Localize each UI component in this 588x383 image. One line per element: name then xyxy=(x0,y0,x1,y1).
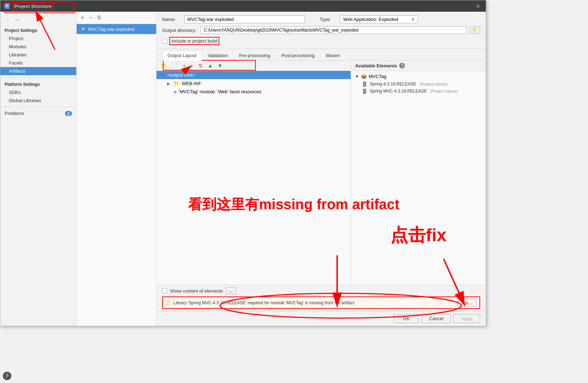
tab-pre-processing[interactable]: Pre-processing xyxy=(234,50,275,60)
name-input[interactable] xyxy=(184,15,305,23)
sidebar-item-libraries[interactable]: Libraries xyxy=(0,51,76,59)
expand-icon: ▼ xyxy=(161,73,165,77)
warning-icon: ⚠ xyxy=(166,299,171,306)
sidebar: ← → Project Settings Project Modules Lib… xyxy=(0,12,77,326)
ok-button[interactable]: OK xyxy=(394,314,419,323)
tree-remove-btn[interactable]: − xyxy=(189,62,195,69)
add-artifact-button[interactable]: + xyxy=(79,14,86,22)
copy-artifact-button[interactable]: ⎘ xyxy=(96,14,103,22)
project-settings-label: Project Settings xyxy=(0,26,76,34)
resource-icon: ◈ xyxy=(174,89,177,94)
tree-down-btn[interactable]: ▼ xyxy=(216,62,224,69)
tree-node-output-root[interactable]: ▼ <output root> xyxy=(156,71,351,79)
tree-folder-btn[interactable]: 📁 xyxy=(159,62,168,69)
tab-validation[interactable]: Validation xyxy=(203,50,233,60)
avail-child-spring[interactable]: ▐▌ Spring-4.3.18.RELEASE (Project Librar… xyxy=(351,81,486,88)
warning-row: ⚠ Library 'Spring MVC-4.3.18.RELEASE' re… xyxy=(162,296,480,309)
avail-parent-label: MVCTag xyxy=(369,74,386,79)
remove-artifact-button[interactable]: − xyxy=(88,14,94,22)
output-layout: 📁 📄 + − ⇅ ▲ ▼ ▼ <output root> ▶ � xyxy=(156,61,486,285)
problems-badge: 2 xyxy=(65,111,72,116)
folder-icon: 📁 xyxy=(174,81,180,86)
show-content-button[interactable]: ... xyxy=(226,287,236,294)
app-icon: P xyxy=(4,3,10,9)
expand-icon-mvctag: ▼ xyxy=(355,74,359,78)
webinf-label: WEB-INF xyxy=(182,81,201,86)
tabs-bar: Output Layout Validation Pre-processing … xyxy=(156,49,486,61)
module-resources-label: 'MVCTag' module: 'Web' facet resources xyxy=(179,89,261,94)
library-icon-spring: ▐▌ xyxy=(362,82,368,87)
window-title: Project Structure xyxy=(12,2,53,10)
project-structure-dialog: P Project Structure ✕ ← → Project Settin… xyxy=(0,0,486,326)
sidebar-item-project[interactable]: Project xyxy=(0,34,76,43)
chevron-down-icon: ▼ xyxy=(411,17,415,21)
main-content: Name: Type: Web Application: Exploded ▼ … xyxy=(156,12,486,326)
tree-sort-btn[interactable]: ⇅ xyxy=(197,62,204,69)
tree-up-btn[interactable]: ▲ xyxy=(206,62,214,69)
tab-output-layout[interactable]: Output Layout xyxy=(162,50,202,61)
package-icon: 📦 xyxy=(361,74,367,79)
artifact-toolbar: + − ⎘ xyxy=(77,12,156,24)
forward-button[interactable]: → xyxy=(13,16,21,23)
output-dir-input[interactable] xyxy=(200,26,467,34)
artifact-list: + − ⎘ ⚙ MVCTag:war exploded xyxy=(77,12,156,326)
output-dir-label: Output directory: xyxy=(162,28,198,33)
sidebar-item-sdks[interactable]: SDKs xyxy=(0,88,76,96)
avail-child-spring-mvc[interactable]: ▐▌ Spring MVC-4.3.18.RELEASE (Project Li… xyxy=(351,88,486,95)
close-button[interactable]: ✕ xyxy=(473,2,482,10)
available-tree: ▼ 📦 MVCTag ▐▌ Spring-4.3.18.RELEASE (Pro… xyxy=(351,71,486,285)
sidebar-item-modules[interactable]: Modules xyxy=(0,43,76,51)
fix-button[interactable]: Fix... xyxy=(457,299,477,307)
help-icon[interactable]: ? xyxy=(399,63,405,68)
avail-parent-mvctag[interactable]: ▼ 📦 MVCTag xyxy=(351,72,486,81)
dialog-footer: OK Cancel Apply xyxy=(156,311,486,326)
sidebar-item-global-libraries[interactable]: Global Libraries xyxy=(0,96,76,105)
show-content-checkbox[interactable] xyxy=(162,288,167,293)
spring-lib-tag: (Project Library) xyxy=(420,82,447,86)
expand-icon-webinf: ▶ xyxy=(167,82,171,85)
back-button[interactable]: ← xyxy=(3,16,11,23)
name-row: Name: Type: Web Application: Exploded ▼ xyxy=(162,15,480,23)
spring-mvc-label: Spring MVC-4.3.18.RELEASE xyxy=(370,89,427,94)
include-build-row: Include in project build xyxy=(162,37,480,45)
spring-lib-label: Spring-4.3.18.RELEASE xyxy=(370,82,416,87)
tree-file-btn[interactable]: 📄 xyxy=(170,62,179,69)
output-tree: 📁 📄 + − ⇅ ▲ ▼ ▼ <output root> ▶ � xyxy=(156,61,351,285)
problems-row[interactable]: Problems 2 xyxy=(0,109,76,117)
cancel-button[interactable]: Cancel xyxy=(422,314,451,323)
browse-button[interactable]: 📁 xyxy=(470,27,480,34)
artifact-icon: ⚙ xyxy=(80,26,86,32)
sidebar-nav-buttons: ← → xyxy=(0,15,76,26)
title-bar: P Project Structure ✕ xyxy=(0,0,486,12)
bottom-help-icon[interactable]: ? xyxy=(3,372,11,380)
available-header: Available Elements ? xyxy=(351,61,486,71)
tree-node-module-resources[interactable]: ◈ 'MVCTag' module: 'Web' facet resources xyxy=(156,88,351,96)
output-dir-row: Output directory: 📁 xyxy=(162,26,480,34)
tree-add-btn[interactable]: + xyxy=(181,62,187,69)
sidebar-divider-2 xyxy=(0,107,76,107)
output-root-label: <output root> xyxy=(167,72,194,78)
title-bar-left: P Project Structure xyxy=(4,2,53,10)
available-elements-title: Available Elements xyxy=(355,63,397,68)
artifact-item-war-exploded[interactable]: ⚙ MVCTag:war exploded xyxy=(77,24,156,34)
include-build-checkbox[interactable] xyxy=(162,39,167,44)
type-select[interactable]: Web Application: Exploded ▼ xyxy=(340,15,418,23)
apply-button[interactable]: Apply xyxy=(454,314,480,323)
type-label: Type: xyxy=(320,17,336,22)
show-content-label: Show content of elements xyxy=(170,288,223,294)
problems-label: Problems xyxy=(5,111,65,116)
tree-node-webinf[interactable]: ▶ 📁 WEB-INF xyxy=(156,79,351,88)
output-tree-toolbar: 📁 📄 + − ⇅ ▲ ▼ xyxy=(156,61,351,71)
bottom-bar: Show content of elements ... ⚠ Library '… xyxy=(156,285,486,311)
include-build-label: Include in project build xyxy=(169,37,219,45)
available-elements-panel: Available Elements ? ▼ 📦 MVCTag ▐▌ Sprin… xyxy=(351,61,486,285)
tab-maven[interactable]: Maven xyxy=(320,50,345,60)
sidebar-item-artifacts[interactable]: Artifacts xyxy=(0,67,76,75)
warning-text: Library 'Spring MVC-4.3.18.RELEASE' requ… xyxy=(174,300,455,305)
artifact-item-label: MVCTag:war exploded xyxy=(88,27,134,32)
sidebar-item-facets[interactable]: Facets xyxy=(0,59,76,67)
sidebar-divider xyxy=(0,77,76,78)
platform-settings-label: Platform Settings xyxy=(0,80,76,88)
spring-mvc-lib-tag: (Project Library) xyxy=(430,89,458,93)
tab-post-processing[interactable]: Post-processing xyxy=(276,50,320,60)
